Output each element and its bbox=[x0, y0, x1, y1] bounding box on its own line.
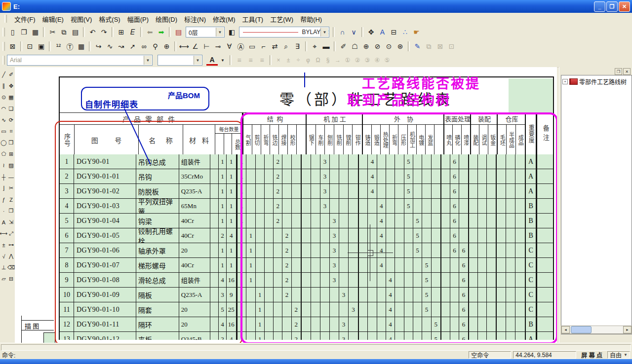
leader-icon[interactable]: ↪ bbox=[93, 41, 104, 52]
tool-grid-icon[interactable]: ⌗ bbox=[7, 126, 15, 137]
chevron-down-icon[interactable]: ▼ bbox=[320, 28, 328, 36]
font-size-combo[interactable]: ▼ bbox=[158, 55, 202, 66]
new-sheet-icon[interactable]: ⊞ bbox=[116, 27, 127, 37]
undo-icon[interactable]: ↶ bbox=[87, 27, 98, 37]
menu-item-8[interactable]: 工具(T) bbox=[239, 15, 267, 24]
tool-stretch-icon[interactable]: ⇲ bbox=[7, 217, 15, 228]
paste-icon[interactable]: ▤ bbox=[70, 27, 81, 37]
tool-rotate-icon[interactable]: ⟳ bbox=[7, 114, 15, 126]
symbol-button-5[interactable]: § bbox=[323, 55, 333, 66]
tool-block-icon[interactable]: ▦ bbox=[7, 92, 15, 103]
tool-erase-icon[interactable]: ⌫ bbox=[7, 262, 15, 273]
point-type-label[interactable]: 屏 幕 点 bbox=[578, 351, 605, 359]
tool-weld-icon[interactable]: ⋀ bbox=[7, 251, 15, 262]
zoom-check-icon[interactable]: ⊛ bbox=[395, 41, 406, 52]
tool-polygon-icon[interactable]: ⬠ bbox=[0, 148, 7, 160]
valve-symbol-icon[interactable]: ∨ bbox=[348, 27, 359, 37]
save-icon[interactable]: ▦ bbox=[30, 27, 41, 37]
tool-frame-icon[interactable]: ❏ bbox=[7, 103, 15, 114]
drawing-canvas[interactable]: 零（部）件工艺路线表 共1页机第1页 产品零部件序号图号名称材料每台数量总数结 … bbox=[15, 67, 557, 343]
tool-dim-icon[interactable]: ⟷ bbox=[0, 228, 7, 239]
ruler-icon[interactable]: ▬ bbox=[320, 41, 332, 52]
symbol-button-0[interactable]: × bbox=[274, 55, 283, 66]
home-view-icon[interactable]: ☖ bbox=[349, 41, 360, 52]
menu-item-1[interactable]: 编辑(E) bbox=[39, 15, 67, 24]
symbol-button-1[interactable]: ± bbox=[283, 55, 293, 66]
tool-chamfer-icon[interactable]: ⌋ bbox=[0, 182, 7, 194]
tool-break-icon[interactable]: — bbox=[7, 171, 15, 182]
zoom-dynamic-icon[interactable]: ⌖ bbox=[309, 41, 320, 52]
tool-datum-icon[interactable]: ⊥ bbox=[0, 262, 7, 273]
dim-search-icon[interactable]: ⌕ bbox=[280, 41, 292, 52]
forward-icon[interactable]: ➡ bbox=[156, 27, 167, 37]
layers-icon[interactable]: ▤ bbox=[173, 27, 184, 37]
zigzag-icon[interactable]: ↝ bbox=[116, 41, 127, 52]
edit-del-icon[interactable]: ⊠ bbox=[434, 41, 446, 52]
back-icon[interactable]: ⬅ bbox=[144, 27, 156, 37]
snap-mode-combo[interactable]: 自由 ▼ bbox=[607, 351, 630, 359]
menu-item-4[interactable]: 幅面(P) bbox=[124, 15, 152, 24]
tool-line-icon[interactable]: ╱ bbox=[0, 69, 7, 80]
tool-circle-icon[interactable]: ⊙ bbox=[0, 92, 7, 103]
tree-item-route[interactable]: + 零部件工艺路线树 bbox=[561, 75, 632, 88]
align-center-icon[interactable]: ≡ bbox=[245, 55, 256, 66]
copy-icon[interactable]: ⧉ bbox=[58, 27, 70, 37]
open-icon[interactable]: ❐ bbox=[18, 27, 30, 37]
tool-library-icon[interactable]: ⊟ bbox=[7, 273, 15, 285]
probe-icon[interactable]: ⚲ bbox=[150, 41, 161, 52]
electric-symbol-icon[interactable]: ∩ bbox=[337, 27, 348, 37]
arrow-icon[interactable]: ➚ bbox=[127, 41, 138, 52]
fit-all-icon[interactable]: ⊠ bbox=[7, 41, 18, 52]
redo-icon[interactable]: ↷ bbox=[98, 27, 110, 37]
tool-trim-icon[interactable]: ✂ bbox=[7, 182, 15, 194]
pan-select-icon[interactable]: ✥ bbox=[365, 27, 377, 37]
dim-angle-icon[interactable]: ∠ bbox=[190, 41, 201, 52]
tool-rect-icon[interactable]: ▭ bbox=[0, 126, 7, 137]
tool-text-icon[interactable]: A bbox=[0, 217, 7, 228]
tool-array-icon[interactable]: ❒ bbox=[7, 137, 15, 148]
chevron-down-icon[interactable]: ▼ bbox=[144, 56, 152, 65]
wave-line-icon[interactable]: ∿ bbox=[104, 41, 116, 52]
close-button[interactable]: ✕ bbox=[619, 1, 630, 12]
menu-item-9[interactable]: 工艺(W) bbox=[267, 15, 297, 24]
dim-circle-icon[interactable]: Ⓐ bbox=[235, 41, 246, 52]
zoom-page-icon[interactable]: ⊙ bbox=[383, 41, 395, 52]
pen-icon[interactable]: ✐ bbox=[338, 41, 349, 52]
cut-icon[interactable]: ✂ bbox=[47, 27, 58, 37]
menu-item-2[interactable]: 视图(V) bbox=[67, 15, 95, 24]
align-left-icon[interactable]: ≡ bbox=[234, 55, 245, 66]
menu-item-6[interactable]: 标注(N) bbox=[181, 15, 209, 24]
tool-formula-icon[interactable]: ƒ bbox=[0, 194, 7, 205]
tool-wave-icon[interactable]: ≀ bbox=[0, 160, 7, 171]
zoom-window-icon[interactable]: ⊡ bbox=[24, 41, 36, 52]
symbol-button-4[interactable]: Ω bbox=[313, 55, 323, 66]
edit-copy-icon[interactable]: ⧉ bbox=[423, 41, 434, 52]
maximize-button[interactable]: ❐ bbox=[606, 1, 618, 12]
tool-node-icon[interactable]: ⊶ bbox=[7, 239, 15, 251]
zoom-prev-icon[interactable]: ⊘ bbox=[372, 41, 383, 52]
page-hand-icon[interactable]: ☛ bbox=[411, 27, 422, 37]
scroll-left-icon[interactable]: ◄ bbox=[561, 326, 570, 333]
symbol-button-2[interactable]: ÷ bbox=[293, 55, 303, 66]
tool-copy-icon[interactable]: ❐ bbox=[7, 205, 15, 217]
symbol-button-8[interactable]: ② bbox=[353, 55, 362, 66]
menu-item-5[interactable]: 绘图(D) bbox=[152, 15, 181, 24]
dim-datum-icon[interactable]: ∃ bbox=[292, 41, 303, 52]
text-tool-icon[interactable]: A bbox=[377, 27, 388, 37]
zoom-in-icon[interactable]: ⊕ bbox=[360, 41, 372, 52]
symbol-button-9[interactable]: ③ bbox=[362, 55, 372, 66]
scatter-icon[interactable]: ∴ bbox=[399, 27, 411, 37]
menu-item-10[interactable]: 帮助(H) bbox=[297, 15, 325, 24]
dim-frame-icon[interactable]: ▭ bbox=[246, 41, 258, 52]
color-icon[interactable]: ◧ bbox=[226, 27, 237, 37]
center-mark-icon[interactable]: ⊕ bbox=[161, 41, 172, 52]
tool-ellipse-icon[interactable]: ◯ bbox=[0, 137, 7, 148]
text-style-icon[interactable]: Ⓣ bbox=[64, 41, 76, 52]
tool-roughness-icon[interactable]: √ bbox=[0, 251, 7, 262]
tool-hatch-icon[interactable]: ▨ bbox=[7, 160, 15, 171]
tool-scale-icon[interactable]: ⤢ bbox=[7, 228, 15, 239]
new-icon[interactable]: ▯ bbox=[7, 27, 18, 37]
number-style-icon[interactable]: ¹² bbox=[53, 41, 64, 52]
tool-spline-icon[interactable]: ∿ bbox=[0, 114, 7, 126]
zoom-text-icon[interactable]: ▣ bbox=[36, 41, 47, 52]
